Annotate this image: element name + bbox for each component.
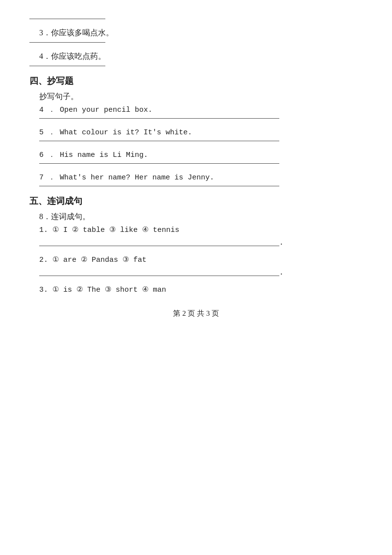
copy-item-6: 6 ． His name is Li Ming.	[39, 150, 363, 159]
lian-answer-1-wrap: .	[39, 237, 363, 246]
lian-item-2: 2. ① are ② Pandas ③ fat	[39, 255, 363, 264]
copy-item6-text: His name is Li Ming.	[60, 151, 148, 159]
section4-block: 四、抄写题 抄写句子。 4 ． Open your pencil box. 5 …	[29, 75, 363, 186]
copy-item6-number: 6 ．	[39, 151, 55, 159]
lian-item2-words: ① are ② Pandas ③ fat	[52, 256, 147, 264]
lian-line-2	[39, 276, 279, 276]
footer-text: 第 2 页 共 3 页	[173, 309, 219, 317]
copy-item5-number: 5 ．	[39, 128, 55, 137]
lian-line-1	[39, 246, 279, 246]
item3-block: 3．你应该多喝点水。	[29, 19, 363, 43]
copy-item-7: 7 ． What's her name? Her name is Jenny.	[39, 173, 363, 182]
page-footer: 第 2 页 共 3 页	[29, 309, 363, 318]
item4-text: 4．你应该吃点药。	[39, 51, 363, 62]
copy-item4-text: Open your pencil box.	[60, 106, 152, 114]
lian-item-1: 1. ① I ② table ③ like ④ tennis	[39, 225, 363, 234]
copy-line-4	[39, 118, 279, 119]
section5-title: 五、连词成句	[29, 195, 363, 207]
lian-item3-words: ① is ② The ③ short ④ man	[52, 286, 166, 294]
short-line-post3	[29, 42, 105, 43]
lian-item-3: 3. ① is ② The ③ short ④ man	[39, 285, 363, 294]
lian-item1-words: ① I ② table ③ like ④ tennis	[52, 226, 179, 234]
copy-item7-number: 7 ．	[39, 174, 55, 182]
lian-instruction: 8．连词成句。	[39, 212, 363, 222]
short-line-pre3	[29, 19, 105, 19]
copy-item5-text: What colour is it? It's white.	[60, 128, 192, 137]
lian-dot-1: .	[280, 237, 283, 246]
lian-item1-number: 1.	[39, 226, 52, 234]
copy-instruction: 抄写句子。	[39, 92, 363, 102]
item4-block: 4．你应该吃点药。	[29, 51, 363, 66]
copy-item4-number: 4 ．	[39, 106, 55, 114]
item3-text: 3．你应该多喝点水。	[39, 28, 363, 38]
lian-item3-number: 3.	[39, 286, 52, 294]
section5-block: 五、连词成句 8．连词成句。 1. ① I ② table ③ like ④ t…	[29, 195, 363, 294]
lian-dot-2: .	[280, 267, 283, 276]
copy-line-6	[39, 163, 279, 164]
short-line-post4	[29, 66, 105, 66]
lian-item2-number: 2.	[39, 256, 52, 264]
section4-title: 四、抄写题	[29, 75, 363, 87]
lian-answer-2-wrap: .	[39, 267, 363, 276]
copy-line-5	[39, 141, 279, 141]
copy-item7-text: What's her name? Her name is Jenny.	[60, 174, 214, 182]
copy-item-4: 4 ． Open your pencil box.	[39, 105, 363, 114]
copy-line-7	[39, 186, 279, 186]
copy-item-5: 5 ． What colour is it? It's white.	[39, 127, 363, 137]
